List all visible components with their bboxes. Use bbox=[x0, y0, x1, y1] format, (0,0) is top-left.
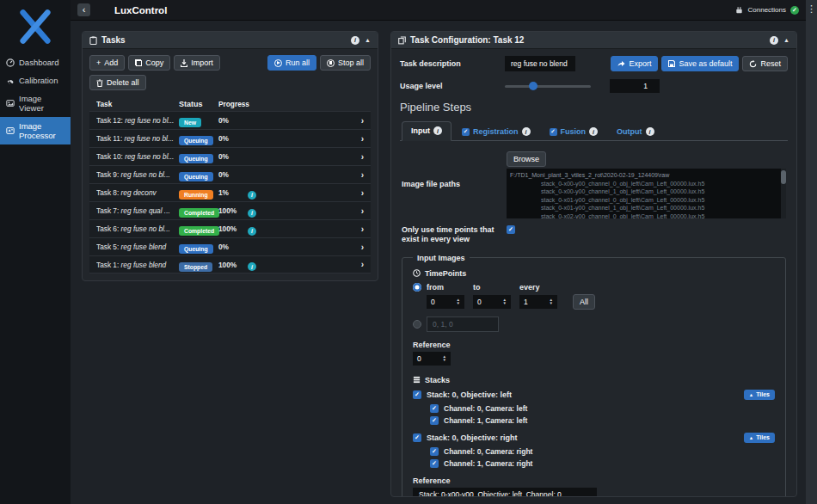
stepper-icon[interactable]: ▲▼ bbox=[503, 298, 507, 304]
progress-value: 0% bbox=[218, 243, 248, 251]
table-row[interactable]: Task 11: reg fuse no bl... Queuing 0% i … bbox=[89, 129, 371, 147]
table-row[interactable]: Task 6: reg fuse no bl... Completed 100%… bbox=[89, 219, 371, 237]
stop-all-button[interactable]: Stop all bbox=[320, 55, 371, 71]
tab-output[interactable]: Output i bbox=[608, 123, 663, 141]
sidebar-item-dashboard[interactable]: Dashboard bbox=[0, 53, 71, 71]
info-icon[interactable]: i bbox=[248, 209, 256, 218]
range-radio[interactable] bbox=[413, 283, 421, 292]
table-row[interactable]: Task 12: reg fuse no bl... New 0% i › bbox=[89, 111, 371, 129]
task-description-input[interactable] bbox=[505, 56, 575, 71]
save-as-default-button[interactable]: Save as default bbox=[661, 56, 739, 71]
table-row[interactable]: Task 5: reg fuse blend Queuing 0% i › bbox=[89, 237, 371, 255]
back-button[interactable]: ‹ bbox=[77, 3, 90, 16]
image-file-paths-box[interactable]: F:/TD1_Moni_plant_3_vtiles_2_rot\2020-02… bbox=[507, 169, 786, 218]
pattern-radio[interactable] bbox=[413, 320, 421, 329]
right-rail-scrollbar[interactable]: ⋮ bbox=[806, 0, 817, 504]
usage-level-value[interactable]: 1 bbox=[610, 79, 660, 93]
tasks-toolbar-row-2: Delete all bbox=[89, 75, 371, 90]
chevron-right-icon[interactable]: › bbox=[355, 206, 364, 216]
channel-row: ✓ Channel: 1, Camera: right bbox=[430, 459, 775, 468]
kebab-menu-icon[interactable]: ⋮ bbox=[807, 3, 816, 504]
delete-all-button[interactable]: Delete all bbox=[89, 75, 146, 90]
stepper-icon[interactable]: ▲▼ bbox=[457, 298, 460, 304]
from-input[interactable]: 0 ▲▼ bbox=[427, 295, 464, 309]
channel-checkbox[interactable]: ✓ bbox=[430, 447, 439, 456]
reset-icon bbox=[749, 60, 757, 68]
add-task-button[interactable]: + Add bbox=[89, 55, 125, 71]
plus-icon: + bbox=[96, 58, 101, 67]
info-icon[interactable]: i bbox=[589, 127, 598, 136]
tasks-panel-title: Tasks bbox=[101, 35, 126, 45]
checkbox-icon[interactable]: ✓ bbox=[550, 128, 557, 136]
table-row[interactable]: Task 7: reg fuse qual ... Completed 100%… bbox=[89, 201, 371, 219]
table-row[interactable]: Task 10: reg fuse no bl... Queuing 0% i … bbox=[89, 147, 371, 165]
chevron-right-icon[interactable]: › bbox=[355, 116, 364, 126]
info-icon[interactable]: i bbox=[433, 126, 442, 135]
pipeline-steps-title: Pipeline Steps bbox=[400, 101, 788, 114]
table-row[interactable]: Task 1: reg fuse blend Stopped 100% i › bbox=[89, 255, 371, 274]
from-label: from bbox=[427, 283, 464, 292]
reference-input[interactable]: 0 ▲▼ bbox=[413, 352, 451, 366]
all-button[interactable]: All bbox=[573, 294, 595, 310]
channel-checkbox[interactable]: ✓ bbox=[430, 416, 439, 425]
info-icon[interactable]: i bbox=[646, 127, 654, 136]
to-input[interactable]: 0 ▲▼ bbox=[473, 295, 511, 309]
collapse-panel-icon[interactable]: ▲ bbox=[365, 37, 371, 43]
chevron-right-icon[interactable]: › bbox=[355, 134, 364, 144]
chevron-up-icon: ▲ bbox=[749, 435, 753, 440]
info-icon[interactable]: i bbox=[248, 262, 256, 271]
chevron-right-icon[interactable]: › bbox=[355, 243, 364, 252]
checkbox-icon[interactable]: ✓ bbox=[462, 128, 470, 136]
slider-handle[interactable] bbox=[529, 82, 538, 90]
chevron-right-icon[interactable]: › bbox=[355, 152, 364, 162]
every-input[interactable]: 1 ▲▼ bbox=[519, 295, 557, 309]
reset-button[interactable]: Reset bbox=[742, 56, 788, 71]
export-button[interactable]: Export bbox=[611, 56, 658, 71]
chevron-right-icon[interactable]: › bbox=[355, 170, 364, 180]
tiles-collapse-button[interactable]: ▲ Tiles bbox=[744, 390, 775, 400]
info-icon[interactable]: i bbox=[248, 191, 256, 200]
connections-label[interactable]: Connections bbox=[748, 6, 786, 14]
import-task-button[interactable]: Import bbox=[174, 55, 220, 71]
browse-button[interactable]: Browse bbox=[507, 151, 546, 167]
file-path: stack_0-x01-y00_channel_1_obj_left\Cam_L… bbox=[510, 204, 777, 212]
sidebar-item-image-processor[interactable]: Image Processor bbox=[0, 117, 71, 144]
stack-checkbox[interactable]: ✓ bbox=[413, 390, 421, 399]
chevron-right-icon[interactable]: › bbox=[355, 188, 364, 198]
sidebar-item-image-viewer[interactable]: Image Viewer bbox=[0, 89, 71, 117]
chevron-right-icon[interactable]: › bbox=[355, 260, 364, 269]
usage-level-row: Usage level 1 bbox=[400, 79, 788, 93]
info-icon[interactable]: i bbox=[522, 127, 531, 136]
info-icon[interactable]: i bbox=[351, 36, 359, 45]
progress-value: 0% bbox=[218, 134, 248, 143]
sidebar-item-label: Dashboard bbox=[19, 58, 58, 67]
tab-registration[interactable]: ✓ Registration i bbox=[453, 123, 539, 141]
channel-checkbox[interactable]: ✓ bbox=[430, 459, 439, 468]
column-status: Status bbox=[179, 100, 218, 108]
table-row[interactable]: Task 9: reg fuse no bl... Queuing 0% i › bbox=[89, 165, 371, 183]
run-all-button[interactable]: Run all bbox=[267, 55, 316, 71]
file-path: stack_0-x00-y00_channel_1_obj_left\Cam_L… bbox=[510, 187, 777, 196]
status-badge: New bbox=[179, 118, 201, 127]
info-icon[interactable]: i bbox=[770, 36, 778, 45]
stack-checkbox[interactable]: ✓ bbox=[413, 433, 421, 442]
tab-input[interactable]: Input i bbox=[402, 121, 452, 141]
tab-fusion[interactable]: ✓ Fusion i bbox=[541, 123, 607, 141]
stepper-icon[interactable]: ▲▼ bbox=[443, 355, 446, 360]
copy-task-button[interactable]: Copy bbox=[128, 55, 170, 71]
reference-select[interactable]: Stack: 0-x00-y00, Objective: left, Chann… bbox=[413, 488, 597, 497]
sidebar-item-calibration[interactable]: Calibration bbox=[0, 71, 71, 89]
pattern-input[interactable] bbox=[427, 317, 499, 332]
tiles-collapse-button[interactable]: ▲ Tiles bbox=[744, 433, 775, 443]
table-row[interactable]: Task 8: reg deconv Running 1% i › bbox=[89, 183, 371, 201]
stepper-icon[interactable]: ▲▼ bbox=[550, 298, 553, 304]
collapse-panel-icon[interactable]: ▲ bbox=[783, 37, 789, 43]
image-processor-icon bbox=[5, 126, 15, 136]
paths-scrollbar[interactable] bbox=[781, 169, 786, 218]
usage-level-slider[interactable] bbox=[505, 85, 591, 88]
sidebar: Dashboard Calibration Image Viewer Image… bbox=[0, 0, 71, 504]
channel-checkbox[interactable]: ✓ bbox=[430, 404, 439, 413]
only-time-points-checkbox[interactable]: ✓ bbox=[507, 225, 515, 234]
info-icon[interactable]: i bbox=[248, 227, 256, 236]
chevron-right-icon[interactable]: › bbox=[355, 224, 364, 234]
